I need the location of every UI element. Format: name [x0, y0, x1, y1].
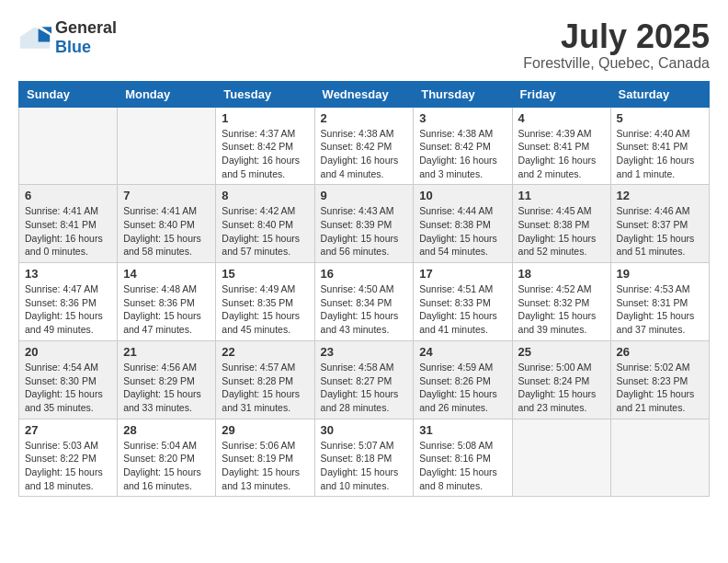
day-info: Sunrise: 5:06 AM Sunset: 8:19 PM Dayligh… — [222, 439, 308, 493]
calendar-cell: 18Sunrise: 4:52 AM Sunset: 8:32 PM Dayli… — [512, 263, 610, 341]
day-number: 29 — [222, 423, 308, 437]
calendar-cell: 22Sunrise: 4:57 AM Sunset: 8:28 PM Dayli… — [216, 340, 314, 419]
day-info: Sunrise: 5:08 AM Sunset: 8:16 PM Dayligh… — [419, 439, 506, 493]
day-number: 26 — [617, 345, 703, 359]
calendar-cell: 26Sunrise: 5:02 AM Sunset: 8:23 PM Dayli… — [610, 340, 709, 419]
day-number: 23 — [321, 345, 408, 359]
day-number: 2 — [321, 111, 408, 125]
calendar-week-row: 6Sunrise: 4:41 AM Sunset: 8:41 PM Daylig… — [19, 185, 710, 263]
day-number: 4 — [518, 111, 605, 125]
calendar-cell: 9Sunrise: 4:43 AM Sunset: 8:39 PM Daylig… — [314, 185, 414, 263]
day-number: 11 — [518, 189, 605, 202]
month-title: July 2025 — [523, 18, 710, 55]
day-number: 18 — [518, 267, 605, 281]
day-info: Sunrise: 4:48 AM Sunset: 8:36 PM Dayligh… — [123, 282, 210, 337]
day-info: Sunrise: 4:45 AM Sunset: 8:38 PM Dayligh… — [518, 204, 605, 259]
calendar-cell: 31Sunrise: 5:08 AM Sunset: 8:16 PM Dayli… — [414, 419, 512, 497]
day-number: 19 — [617, 267, 703, 281]
day-info: Sunrise: 5:07 AM Sunset: 8:18 PM Dayligh… — [321, 439, 408, 493]
day-info: Sunrise: 4:38 AM Sunset: 8:42 PM Dayligh… — [419, 127, 506, 181]
weekday-header-thursday: Thursday — [414, 81, 512, 107]
weekday-header-friday: Friday — [512, 81, 610, 107]
calendar-cell: 27Sunrise: 5:03 AM Sunset: 8:22 PM Dayli… — [19, 419, 118, 497]
day-info: Sunrise: 4:46 AM Sunset: 8:37 PM Dayligh… — [617, 204, 703, 259]
day-info: Sunrise: 4:43 AM Sunset: 8:39 PM Dayligh… — [321, 204, 408, 259]
day-number: 12 — [617, 189, 703, 202]
day-info: Sunrise: 4:44 AM Sunset: 8:38 PM Dayligh… — [419, 204, 506, 259]
calendar-cell: 30Sunrise: 5:07 AM Sunset: 8:18 PM Dayli… — [314, 419, 414, 497]
calendar-table: SundayMondayTuesdayWednesdayThursdayFrid… — [18, 81, 710, 498]
title-block: July 2025 Forestville, Quebec, Canada — [523, 18, 710, 72]
calendar-cell: 15Sunrise: 4:49 AM Sunset: 8:35 PM Dayli… — [216, 263, 314, 341]
calendar-cell: 23Sunrise: 4:58 AM Sunset: 8:27 PM Dayli… — [314, 340, 414, 419]
calendar-cell: 20Sunrise: 4:54 AM Sunset: 8:30 PM Dayli… — [19, 340, 118, 419]
day-info: Sunrise: 5:03 AM Sunset: 8:22 PM Dayligh… — [25, 439, 111, 493]
day-info: Sunrise: 4:41 AM Sunset: 8:41 PM Dayligh… — [25, 204, 111, 259]
day-info: Sunrise: 4:54 AM Sunset: 8:30 PM Dayligh… — [25, 361, 111, 415]
day-number: 17 — [419, 267, 506, 281]
calendar-cell: 8Sunrise: 4:42 AM Sunset: 8:40 PM Daylig… — [216, 185, 314, 263]
calendar-cell: 4Sunrise: 4:39 AM Sunset: 8:41 PM Daylig… — [512, 107, 610, 185]
calendar-cell: 29Sunrise: 5:06 AM Sunset: 8:19 PM Dayli… — [216, 419, 314, 497]
day-number: 16 — [321, 267, 408, 281]
calendar-cell — [610, 419, 709, 497]
day-number: 14 — [123, 267, 210, 281]
calendar-week-row: 27Sunrise: 5:03 AM Sunset: 8:22 PM Dayli… — [19, 419, 710, 497]
day-number: 7 — [123, 189, 210, 202]
day-info: Sunrise: 5:02 AM Sunset: 8:23 PM Dayligh… — [617, 361, 703, 415]
day-info: Sunrise: 4:47 AM Sunset: 8:36 PM Dayligh… — [25, 282, 111, 337]
generalblue-logo-icon — [18, 25, 51, 51]
calendar-cell: 12Sunrise: 4:46 AM Sunset: 8:37 PM Dayli… — [610, 185, 709, 263]
day-info: Sunrise: 4:51 AM Sunset: 8:33 PM Dayligh… — [419, 282, 506, 337]
day-info: Sunrise: 4:40 AM Sunset: 8:41 PM Dayligh… — [617, 127, 703, 181]
day-number: 31 — [419, 423, 506, 437]
calendar-cell — [118, 107, 216, 185]
day-info: Sunrise: 4:57 AM Sunset: 8:28 PM Dayligh… — [222, 361, 308, 415]
day-info: Sunrise: 4:59 AM Sunset: 8:26 PM Dayligh… — [419, 361, 506, 415]
logo-text: General Blue — [55, 18, 117, 57]
calendar-cell: 6Sunrise: 4:41 AM Sunset: 8:41 PM Daylig… — [19, 185, 118, 263]
calendar-cell: 11Sunrise: 4:45 AM Sunset: 8:38 PM Dayli… — [512, 185, 610, 263]
day-info: Sunrise: 5:04 AM Sunset: 8:20 PM Dayligh… — [123, 439, 210, 493]
calendar-week-row: 20Sunrise: 4:54 AM Sunset: 8:30 PM Dayli… — [19, 340, 710, 419]
day-number: 30 — [321, 423, 408, 437]
calendar-cell: 14Sunrise: 4:48 AM Sunset: 8:36 PM Dayli… — [118, 263, 216, 341]
logo: General Blue — [18, 18, 117, 57]
day-number: 5 — [617, 111, 703, 125]
day-info: Sunrise: 5:00 AM Sunset: 8:24 PM Dayligh… — [518, 361, 605, 415]
weekday-header-sunday: Sunday — [19, 81, 118, 107]
day-number: 27 — [25, 423, 111, 437]
calendar-week-row: 1Sunrise: 4:37 AM Sunset: 8:42 PM Daylig… — [19, 107, 710, 185]
weekday-header-monday: Monday — [118, 81, 216, 107]
calendar-cell: 13Sunrise: 4:47 AM Sunset: 8:36 PM Dayli… — [19, 263, 118, 341]
day-info: Sunrise: 4:56 AM Sunset: 8:29 PM Dayligh… — [123, 361, 210, 415]
calendar-cell: 16Sunrise: 4:50 AM Sunset: 8:34 PM Dayli… — [314, 263, 414, 341]
calendar-header-row: SundayMondayTuesdayWednesdayThursdayFrid… — [19, 81, 710, 107]
day-info: Sunrise: 4:52 AM Sunset: 8:32 PM Dayligh… — [518, 282, 605, 337]
calendar-cell: 28Sunrise: 5:04 AM Sunset: 8:20 PM Dayli… — [118, 419, 216, 497]
calendar-cell: 2Sunrise: 4:38 AM Sunset: 8:42 PM Daylig… — [314, 107, 414, 185]
day-info: Sunrise: 4:38 AM Sunset: 8:42 PM Dayligh… — [321, 127, 408, 181]
calendar-cell: 21Sunrise: 4:56 AM Sunset: 8:29 PM Dayli… — [118, 340, 216, 419]
day-number: 13 — [25, 267, 111, 281]
day-number: 6 — [25, 189, 111, 202]
day-info: Sunrise: 4:49 AM Sunset: 8:35 PM Dayligh… — [222, 282, 308, 337]
calendar-cell: 5Sunrise: 4:40 AM Sunset: 8:41 PM Daylig… — [610, 107, 709, 185]
calendar-cell: 17Sunrise: 4:51 AM Sunset: 8:33 PM Dayli… — [414, 263, 512, 341]
calendar-cell: 19Sunrise: 4:53 AM Sunset: 8:31 PM Dayli… — [610, 263, 709, 341]
day-info: Sunrise: 4:53 AM Sunset: 8:31 PM Dayligh… — [617, 282, 703, 337]
calendar-cell: 1Sunrise: 4:37 AM Sunset: 8:42 PM Daylig… — [216, 107, 314, 185]
day-info: Sunrise: 4:50 AM Sunset: 8:34 PM Dayligh… — [321, 282, 408, 337]
day-number: 20 — [25, 345, 111, 359]
day-number: 22 — [222, 345, 308, 359]
day-number: 9 — [321, 189, 408, 202]
day-number: 24 — [419, 345, 506, 359]
day-number: 15 — [222, 267, 308, 281]
calendar-cell: 24Sunrise: 4:59 AM Sunset: 8:26 PM Dayli… — [414, 340, 512, 419]
calendar-week-row: 13Sunrise: 4:47 AM Sunset: 8:36 PM Dayli… — [19, 263, 710, 341]
day-info: Sunrise: 4:37 AM Sunset: 8:42 PM Dayligh… — [222, 127, 308, 181]
day-number: 25 — [518, 345, 605, 359]
logo-blue: Blue — [55, 38, 91, 56]
day-number: 21 — [123, 345, 210, 359]
location-title: Forestville, Quebec, Canada — [523, 55, 710, 72]
